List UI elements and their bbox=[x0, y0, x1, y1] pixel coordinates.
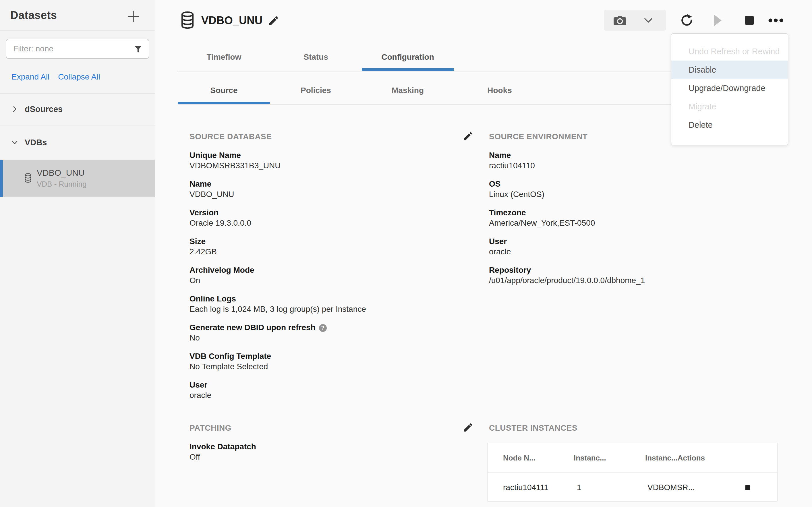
cell-node-name: ractiu104111 bbox=[503, 483, 577, 492]
selected-accent-bar bbox=[0, 160, 3, 197]
menu-item[interactable]: Upgrade/Downgrade bbox=[671, 79, 788, 97]
edit-source-database-button[interactable] bbox=[462, 130, 474, 142]
field: User? oracle bbox=[189, 380, 471, 400]
field-value: Linux (CentOS) bbox=[489, 189, 793, 200]
tab[interactable]: Status bbox=[270, 43, 362, 71]
cluster-instances-section: CLUSTER INSTANCES bbox=[489, 423, 793, 442]
pencil-icon bbox=[463, 131, 473, 142]
source-database-section: SOURCE DATABASE Unique Name? VDBOMSRB331… bbox=[189, 131, 471, 408]
cell-instance-name: VDBOMSR... bbox=[647, 483, 719, 492]
field: Generate new DBID upon refresh? No bbox=[189, 322, 471, 343]
section-title: SOURCE DATABASE bbox=[189, 131, 471, 142]
menu-item[interactable]: Migrate bbox=[671, 97, 788, 116]
field-label: Version? bbox=[189, 208, 471, 218]
field-label: Repository bbox=[489, 265, 793, 275]
sidebar-links: Expand All Collapse All bbox=[11, 72, 100, 81]
field-value: oracle bbox=[189, 390, 471, 400]
field-label: Online Logs? bbox=[189, 294, 471, 304]
edit-patching-button[interactable] bbox=[462, 422, 474, 433]
refresh-button[interactable] bbox=[678, 10, 696, 31]
field-value: 2.42GB bbox=[189, 246, 471, 257]
field-label: VDB Config Template? bbox=[189, 351, 471, 361]
menu-item[interactable]: Disable bbox=[671, 61, 788, 79]
table-row: ractiu104111 1 VDBOMSR... bbox=[487, 473, 777, 502]
expand-all-link[interactable]: Expand All bbox=[11, 72, 49, 81]
menu-item[interactable]: Undo Refresh or Rewind bbox=[671, 42, 788, 61]
field-label: Timezone bbox=[489, 208, 793, 218]
field-label: User? bbox=[189, 380, 471, 390]
play-icon bbox=[713, 15, 722, 26]
patching-section: PATCHING Invoke Datapatch Off bbox=[189, 423, 471, 470]
menu-item[interactable]: Delete bbox=[671, 116, 788, 134]
field-value: America/New_York,EST-0500 bbox=[489, 218, 793, 228]
pencil-icon bbox=[268, 15, 279, 26]
chevron-down-icon bbox=[644, 18, 652, 23]
field: Repository /u01/app/oracle/product/19.0.… bbox=[489, 265, 793, 286]
cluster-instances-table: Node N... Instanc... Instanc... Actions … bbox=[487, 443, 777, 502]
field: Unique Name? VDBOMSRB331B3_UNU bbox=[189, 150, 471, 171]
subtab[interactable]: Masking bbox=[362, 76, 454, 105]
field: VDB Config Template? No Template Selecte… bbox=[189, 351, 471, 372]
section-title: CLUSTER INSTANCES bbox=[489, 423, 793, 433]
field: OS Linux (CentOS) bbox=[489, 179, 793, 200]
add-dataset-button[interactable] bbox=[126, 9, 141, 24]
field-value: Oracle 19.3.0.0.0 bbox=[189, 218, 471, 228]
start-button[interactable] bbox=[709, 10, 727, 31]
source-environment-section: SOURCE ENVIRONMENT Name ractiu104110 OS … bbox=[489, 131, 793, 294]
column-header: Instanc... bbox=[574, 454, 645, 462]
chevron-right-icon bbox=[11, 105, 18, 113]
cell-instance-number: 1 bbox=[577, 483, 647, 492]
pencil-icon bbox=[463, 422, 473, 433]
more-actions-button[interactable] bbox=[767, 10, 785, 31]
sidebar-item-status: VDB - Running bbox=[37, 180, 86, 189]
filter-input[interactable] bbox=[6, 39, 149, 58]
field-label: Invoke Datapatch bbox=[189, 442, 471, 452]
stop-button[interactable] bbox=[740, 10, 759, 31]
filter-icon[interactable] bbox=[134, 45, 142, 54]
subtab[interactable]: Source bbox=[178, 76, 270, 105]
field: Timezone America/New_York,EST-0500 bbox=[489, 208, 793, 228]
sidebar-item-name: VDBO_UNU bbox=[37, 168, 85, 178]
tab[interactable]: Configuration bbox=[362, 43, 454, 71]
field-value: VDBOMSRB331B3_UNU bbox=[189, 161, 471, 171]
main-tabs: Timeflow Status Configuration bbox=[178, 43, 454, 71]
collapse-all-link[interactable]: Collapse All bbox=[58, 72, 100, 81]
sidebar-group-vdbs[interactable]: VDBs bbox=[0, 125, 155, 159]
field-value: No Template Selected bbox=[189, 361, 471, 372]
database-icon bbox=[180, 11, 195, 29]
refresh-icon bbox=[680, 13, 694, 27]
sidebar-title: Datasets bbox=[10, 9, 57, 21]
field: Name ractiu104110 bbox=[489, 150, 793, 171]
field: Version? Oracle 19.3.0.0.0 bbox=[189, 208, 471, 228]
field-value: On bbox=[189, 275, 471, 286]
field: User oracle bbox=[489, 236, 793, 257]
stop-instance-icon[interactable] bbox=[745, 485, 750, 490]
section-title: PATCHING bbox=[189, 423, 471, 433]
field: Size? 2.42GB bbox=[189, 236, 471, 257]
field-label: Name bbox=[489, 150, 793, 161]
column-header: Instanc... bbox=[645, 454, 678, 462]
field-value: oracle bbox=[489, 246, 793, 257]
field-value: Each log is 1,024 MB, 3 log group(s) per… bbox=[189, 304, 471, 315]
camera-icon bbox=[613, 15, 627, 26]
ellipsis-icon bbox=[768, 18, 783, 22]
field-label: Name? bbox=[189, 179, 471, 189]
snapshot-button[interactable] bbox=[604, 10, 666, 31]
subtab[interactable]: Hooks bbox=[454, 76, 545, 105]
help-icon[interactable]: ? bbox=[319, 324, 327, 332]
field-label: Generate new DBID upon refresh? bbox=[189, 322, 471, 333]
table-header-row: Node N... Instanc... Instanc... Actions bbox=[487, 443, 777, 473]
column-header: Actions bbox=[678, 454, 705, 462]
group-label: dSources bbox=[25, 105, 63, 114]
sidebar-item-vdbo-unu[interactable] bbox=[0, 160, 155, 197]
database-icon bbox=[24, 173, 32, 183]
filter-box bbox=[6, 39, 149, 59]
group-label: VDBs bbox=[25, 138, 47, 147]
sidebar-group-dsources[interactable]: dSources bbox=[0, 94, 155, 124]
subtab[interactable]: Policies bbox=[270, 76, 362, 105]
field-label: User bbox=[489, 236, 793, 246]
column-header: Node N... bbox=[503, 454, 574, 462]
toolbar bbox=[604, 10, 785, 31]
tab[interactable]: Timeflow bbox=[178, 43, 270, 71]
rename-button[interactable] bbox=[268, 15, 279, 26]
